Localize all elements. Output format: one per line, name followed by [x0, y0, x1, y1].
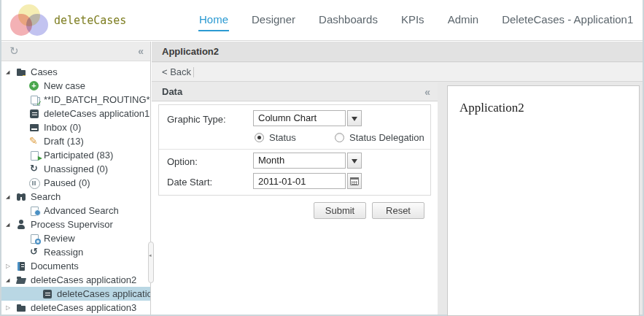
sidebar-item-deletecases-application2[interactable]: deleteCases application2 [1, 287, 150, 301]
participated-icon [29, 150, 41, 161]
inbox-icon [29, 123, 41, 133]
closed-folder-icon [16, 303, 28, 313]
status-delegation-radio-group: Status Delegation [335, 132, 424, 143]
main-area: Application2 < Back Data Graphic Type: C… [152, 42, 643, 315]
sidebar-toolbar [1, 42, 150, 61]
sidebar-item-paused-0[interactable]: Paused (0) [1, 176, 150, 190]
chart-preview-title: Application2 [459, 101, 524, 115]
sidebar-item-deletecases-application3[interactable]: deleteCases application3 [1, 301, 150, 315]
nav-item-deletecases-application1[interactable]: DeleteCases - Application1 [501, 9, 634, 31]
review-icon [29, 234, 41, 244]
sidebar-item-new-case[interactable]: New case [1, 79, 150, 93]
option-select[interactable]: Month [253, 153, 362, 169]
nav-item-dashboards[interactable]: Dashboards [318, 9, 379, 31]
sidebar-item-advanced-search[interactable]: Advanced Search [1, 204, 150, 217]
sidebar-item-unassigned-0[interactable]: Unassigned (0) [1, 162, 150, 176]
draft-pencil-icon [29, 136, 41, 147]
process-form-icon [29, 109, 41, 119]
sidebar-item-deletecases-application1[interactable]: deleteCases application1 [1, 107, 150, 120]
submit-button[interactable]: Submit [314, 202, 366, 219]
sidebar-item-search[interactable]: Search [1, 190, 150, 204]
advanced-search-icon [29, 206, 41, 216]
data-panel-title: Data [162, 82, 182, 101]
sidebar-item-label: **ID_BATCH_ROUTING** (0) [44, 94, 150, 105]
logo-text: deleteCases [54, 14, 126, 27]
back-button[interactable]: < Back [162, 63, 191, 81]
chevron-down-icon [352, 159, 357, 166]
reassign-icon [29, 247, 41, 258]
status-radio-label: Status [269, 132, 296, 143]
sidebar-item-label: Inbox (0) [44, 122, 81, 133]
data-panel-header: Data [152, 82, 438, 101]
sidebar-item-deletecases-application2[interactable]: deleteCases application2 [1, 273, 150, 287]
caret-expanded-icon[interactable] [6, 222, 16, 228]
unassigned-icon [29, 164, 41, 174]
sidebar-item-label: Process Supervisor [31, 219, 113, 230]
caret-expanded-icon[interactable] [6, 194, 16, 200]
page-title: Application2 [162, 46, 219, 57]
sidebar-item-cases[interactable]: Cases [1, 65, 150, 79]
sidebar-item-label: Paused (0) [44, 177, 90, 188]
nav-item-kpis[interactable]: KPIs [400, 9, 425, 31]
sidebar-collapse-icon[interactable] [138, 45, 144, 58]
status-radio-group: Status [255, 132, 296, 143]
sidebar-item-label: Documents [31, 261, 79, 271]
panel-collapse-icon[interactable] [424, 85, 430, 99]
sidebar: CasesNew case**ID_BATCH_ROUTING** (0)del… [1, 42, 151, 315]
supervisor-person-icon [16, 220, 28, 230]
sidebar-item-label: deleteCases application1 [44, 108, 150, 119]
option-dropdown-button[interactable] [347, 153, 362, 169]
back-toolbar: < Back [152, 63, 643, 82]
sidebar-item-inbox-0[interactable]: Inbox (0) [1, 120, 150, 134]
sidebar-item-label: Draft (13) [44, 136, 84, 147]
main-nav: HomeDesignerDashboardsKPIsAdminDeleteCas… [198, 0, 634, 41]
sidebar-tree: CasesNew case**ID_BATCH_ROUTING** (0)del… [1, 61, 150, 315]
calendar-icon [350, 177, 359, 185]
sidebar-splitter[interactable] [148, 242, 154, 283]
sidebar-item-label: Search [31, 191, 61, 202]
chart-options-form: Graphic Type: Column Chart Status Status… [158, 104, 431, 196]
refresh-icon[interactable] [9, 45, 19, 58]
graphic-type-select[interactable]: Column Chart [253, 110, 362, 126]
date-picker-button[interactable] [347, 173, 362, 189]
nav-item-designer[interactable]: Designer [251, 9, 296, 31]
sidebar-item-documents[interactable]: Documents [1, 259, 150, 273]
batch-routing-icon [29, 95, 41, 105]
open-folder-icon [16, 275, 28, 285]
caret-expanded-icon[interactable] [6, 69, 16, 75]
reset-button[interactable]: Reset [372, 202, 424, 219]
app-logo[interactable] [10, 4, 50, 37]
date-start-label: Date Start: [167, 177, 212, 188]
sidebar-item-review[interactable]: Review [1, 231, 150, 245]
caret-collapsed-icon[interactable] [6, 263, 16, 269]
sidebar-item-label: Cases [31, 66, 58, 77]
graphic-type-value[interactable]: Column Chart [253, 110, 346, 126]
sidebar-item-id-batch-routing-0[interactable]: **ID_BATCH_ROUTING** (0) [1, 93, 150, 107]
sidebar-item-draft-13[interactable]: Draft (13) [1, 134, 150, 148]
paused-icon [29, 178, 41, 188]
caret-collapsed-icon[interactable] [6, 304, 16, 311]
graphic-type-dropdown-button[interactable] [347, 110, 362, 126]
nav-item-home[interactable]: Home [198, 9, 229, 31]
sidebar-item-label: Unassigned (0) [44, 163, 108, 174]
cases-folder-icon [16, 67, 28, 77]
new-case-icon [29, 81, 41, 91]
sidebar-item-label: Reassign [44, 247, 83, 258]
nav-item-admin[interactable]: Admin [447, 9, 480, 31]
chart-preview-panel: Application2 [447, 85, 640, 316]
binoculars-icon [16, 192, 28, 202]
sidebar-item-reassign[interactable]: Reassign [1, 245, 150, 259]
option-value[interactable]: Month [253, 153, 346, 169]
sidebar-item-label: deleteCases application2 [31, 274, 136, 285]
option-label: Option: [167, 156, 198, 167]
logo-circle-blue [26, 14, 48, 36]
status-delegation-radio[interactable] [335, 133, 344, 142]
sidebar-item-participated-83[interactable]: Participated (83) [1, 148, 150, 162]
caret-expanded-icon[interactable] [6, 277, 16, 283]
sidebar-item-process-supervisor[interactable]: Process Supervisor [1, 217, 150, 231]
status-radio[interactable] [255, 133, 264, 142]
chevron-down-icon [352, 117, 357, 124]
sidebar-item-label: Participated (83) [44, 150, 113, 161]
date-start-input[interactable] [253, 173, 346, 189]
sidebar-item-label: Review [44, 233, 75, 244]
